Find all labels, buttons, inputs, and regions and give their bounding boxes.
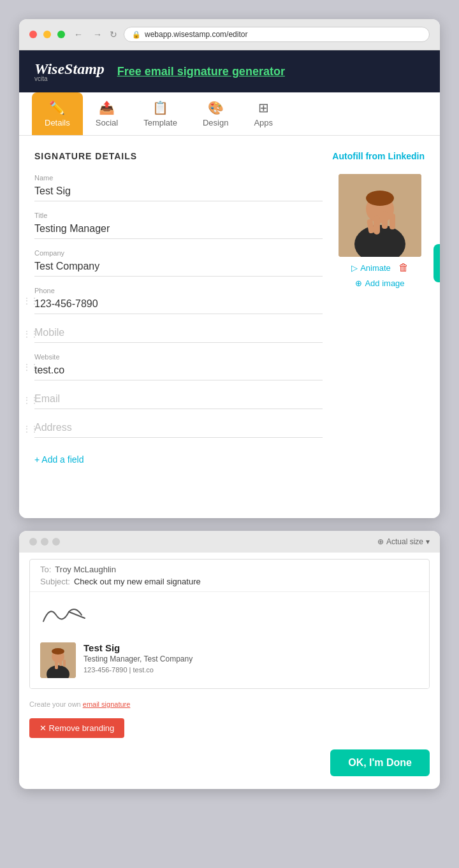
branding-link[interactable]: email signature: [83, 700, 131, 708]
tab-social-label: Social: [96, 118, 118, 127]
phone-input[interactable]: [34, 296, 323, 314]
back-arrow[interactable]: ←: [71, 28, 85, 41]
form-fields: Name Title Company Phone: [34, 174, 323, 465]
add-image-label: Add image: [365, 278, 404, 288]
preview-window: ⊕ Actual size ▾ To: Troy McLaughlin Subj…: [19, 531, 440, 789]
section-header: SIGNATURE DETAILS Autofill from Linkedin: [34, 151, 425, 161]
main-content: SIGNATURE DETAILS Autofill from Linkedin…: [19, 136, 440, 518]
address-input[interactable]: [34, 419, 323, 438]
website-input[interactable]: [34, 362, 323, 380]
sig-name: Test Sig: [84, 642, 419, 653]
logo-area: WiseStamp vcita: [34, 61, 105, 82]
close-button[interactable]: [29, 31, 37, 38]
add-field-button[interactable]: + Add a field: [34, 454, 84, 465]
sig-contact: 123-456-7890 | test.co: [84, 666, 419, 674]
ok-done-button[interactable]: OK, I'm Done: [330, 749, 430, 776]
title-label: Title: [34, 212, 323, 219]
actual-size-label: Actual size: [386, 537, 423, 546]
autofill-link[interactable]: Autofill from Linkedin: [332, 151, 425, 161]
svg-rect-14: [63, 660, 66, 667]
website-label: Website: [34, 353, 323, 361]
profile-image: [339, 174, 421, 257]
tab-apps[interactable]: ⊞ Apps: [241, 92, 286, 135]
email-body: Test Sig Testing Manager, Test Company 1…: [30, 592, 429, 688]
tab-details-label: Details: [45, 118, 70, 127]
svg-rect-12: [55, 660, 58, 669]
tab-design[interactable]: 🎨 Design: [190, 92, 241, 135]
sig-details: Test Sig Testing Manager, Test Company 1…: [84, 642, 419, 674]
maximize-button[interactable]: [57, 31, 65, 38]
email-header: To: Troy McLaughlin Subject: Check out m…: [30, 560, 429, 592]
forward-arrow[interactable]: →: [91, 28, 105, 41]
phone-field-group: Phone: [34, 287, 323, 314]
remove-branding-button[interactable]: ✕ Remove branding: [29, 718, 124, 738]
email-input[interactable]: [34, 391, 323, 409]
company-label: Company: [34, 249, 323, 257]
tab-social[interactable]: 📤 Social: [83, 92, 131, 135]
lock-icon: 🔒: [132, 31, 141, 39]
email-subject-row: Subject: Check out my new email signatur…: [40, 577, 419, 586]
design-icon: 🎨: [208, 100, 224, 115]
branding-section: Create your own email signature: [19, 695, 440, 713]
name-input[interactable]: [34, 183, 323, 201]
actual-size-button[interactable]: ⊕ Actual size ▾: [377, 537, 430, 546]
mobile-field-group: [34, 324, 323, 343]
delete-image-button[interactable]: 🗑: [398, 262, 409, 273]
sig-avatar: [40, 642, 76, 678]
mobile-input[interactable]: [34, 324, 323, 343]
section-title: SIGNATURE DETAILS: [34, 151, 137, 161]
branding-text: Create your own: [29, 700, 83, 708]
name-field-group: Name: [34, 174, 323, 201]
green-blob: [433, 244, 440, 282]
tab-details[interactable]: ✏️ Details: [32, 92, 83, 135]
tab-template[interactable]: 📋 Template: [131, 92, 190, 135]
dot-2: [41, 538, 48, 546]
minimize-button[interactable]: [43, 31, 51, 38]
svg-rect-5: [382, 211, 388, 229]
company-field-group: Company: [34, 249, 323, 277]
address-bar[interactable]: 🔒 webapp.wisestamp.com/editor: [124, 27, 430, 42]
chevron-down-icon: ▾: [426, 537, 430, 546]
play-icon: ▷: [351, 263, 358, 273]
refresh-button[interactable]: ↻: [110, 29, 117, 40]
email-to-row: To: Troy McLaughlin: [40, 565, 419, 574]
subject-label: Subject:: [40, 577, 70, 586]
svg-rect-6: [390, 213, 395, 229]
svg-point-3: [366, 191, 394, 206]
preview-dots: [29, 538, 60, 546]
email-preview: To: Troy McLaughlin Subject: Check out m…: [29, 559, 430, 689]
image-actions: ▷ Animate 🗑: [351, 262, 409, 273]
browser-window: ← → ↻ 🔒 webapp.wisestamp.com/editor Wise…: [19, 19, 440, 518]
company-input[interactable]: [34, 258, 323, 277]
preview-chrome: ⊕ Actual size ▾: [19, 531, 440, 553]
svg-point-11: [52, 648, 64, 655]
title-input[interactable]: [34, 221, 323, 239]
add-image-button[interactable]: ⊕ Add image: [355, 278, 404, 288]
resize-icon: ⊕: [377, 537, 384, 546]
template-icon: 📋: [152, 100, 168, 115]
title-field-group: Title: [34, 212, 323, 239]
email-field-group: [34, 391, 323, 409]
url-text: webapp.wisestamp.com/editor: [145, 30, 247, 39]
tab-bar: ✏️ Details 📤 Social 📋 Template 🎨 Design …: [19, 92, 440, 136]
apps-icon: ⊞: [258, 100, 269, 115]
website-field-group: Website: [34, 353, 323, 380]
plus-icon: ⊕: [355, 278, 362, 288]
dot-1: [29, 538, 37, 546]
to-value: Troy McLaughlin: [55, 565, 116, 574]
animate-button[interactable]: ▷ Animate: [351, 263, 391, 273]
app-header: WiseStamp vcita Free email signature gen…: [19, 50, 440, 92]
sig-title-company: Testing Manager, Test Company: [84, 655, 419, 663]
address-field-group: [34, 419, 323, 438]
logo-vcita: vcita: [34, 75, 105, 82]
to-label: To:: [40, 565, 51, 574]
browser-chrome: ← → ↻ 🔒 webapp.wisestamp.com/editor: [19, 19, 440, 50]
image-area: ▷ Animate 🗑 ⊕ Add image: [335, 174, 425, 465]
tab-design-label: Design: [203, 118, 228, 127]
phone-label: Phone: [34, 287, 323, 294]
tagline-highlighted: Free email signature generator: [117, 65, 285, 78]
signature-squiggle: [40, 602, 419, 632]
subject-value: Check out my new email signature: [74, 577, 201, 586]
details-icon: ✏️: [49, 100, 65, 115]
browser-nav: ← → ↻: [71, 28, 117, 41]
